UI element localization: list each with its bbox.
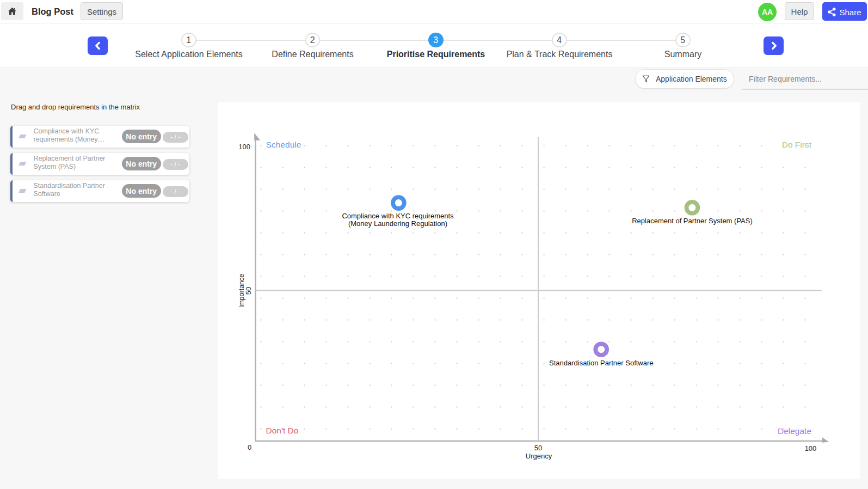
- svg-text:Delegate: Delegate: [778, 426, 811, 436]
- svg-text:Replacement of Partner System: Replacement of Partner System (PAS): [632, 217, 753, 225]
- svg-text:Schedule: Schedule: [266, 140, 301, 149]
- svg-text:100: 100: [238, 143, 250, 151]
- svg-text:Do First: Do First: [782, 140, 812, 149]
- svg-text:Compliance with KYC requiremen: Compliance with KYC requirements: [342, 212, 454, 220]
- svg-text:Standardisation Partner Softwa: Standardisation Partner Software: [549, 359, 654, 367]
- svg-text:100: 100: [805, 444, 817, 453]
- svg-text:50: 50: [244, 287, 253, 295]
- svg-text:Urgency: Urgency: [526, 452, 552, 460]
- svg-text:Don't Do: Don't Do: [266, 426, 299, 435]
- svg-text:0: 0: [248, 443, 251, 451]
- svg-text:50: 50: [534, 444, 542, 452]
- svg-text:(Money Laundering Regulation): (Money Laundering Regulation): [348, 219, 447, 228]
